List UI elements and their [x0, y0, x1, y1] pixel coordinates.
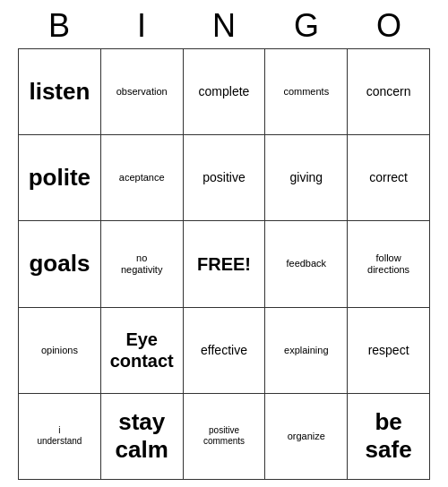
cell-text: aceptance: [119, 172, 165, 184]
bingo-cell: besafe: [348, 394, 430, 480]
bingo-cell: nonegativity: [101, 221, 184, 307]
cell-text: polite: [29, 164, 90, 192]
bingo-cell: listen: [19, 49, 101, 135]
bingo-cell: followdirections: [348, 221, 430, 307]
bingo-cell: complete: [184, 49, 266, 135]
bingo-cell: feedback: [265, 221, 348, 307]
bingo-cell: positive: [184, 135, 266, 221]
bingo-cell: correct: [348, 135, 430, 221]
cell-text: nonegativity: [121, 252, 162, 276]
cell-text: organize: [288, 431, 325, 442]
cell-text: positive: [202, 170, 245, 185]
bingo-cell: respect: [348, 308, 430, 394]
cell-text: Eyecontact: [110, 329, 174, 372]
bingo-cell: observation: [101, 49, 184, 135]
bingo-cell: effective: [184, 308, 266, 394]
cell-text: iunderstand: [37, 425, 82, 447]
cell-text: staycalm: [116, 408, 168, 464]
bingo-cell: positivecomments: [184, 394, 266, 480]
bingo-cell: comments: [265, 49, 348, 135]
bingo-grid: listenobservationcompletecommentsconcern…: [18, 48, 430, 480]
bingo-cell: staycalm: [101, 394, 184, 480]
cell-text: feedback: [286, 258, 326, 269]
bingo-letter: B: [20, 7, 99, 45]
bingo-letter: I: [102, 7, 181, 45]
cell-text: respect: [368, 343, 409, 358]
bingo-cell: giving: [265, 135, 348, 221]
bingo-cell: Eyecontact: [101, 308, 184, 394]
cell-text: complete: [199, 84, 250, 99]
cell-text: followdirections: [367, 252, 409, 276]
cell-text: FREE!: [197, 253, 251, 275]
bingo-cell: explaining: [265, 308, 348, 394]
bingo-cell: concern: [348, 49, 430, 135]
cell-text: giving: [289, 170, 323, 185]
cell-text: besafe: [366, 408, 412, 464]
bingo-cell: FREE!: [184, 221, 266, 307]
cell-text: concern: [366, 84, 411, 99]
cell-text: goals: [29, 250, 90, 278]
bingo-cell: opinions: [19, 308, 101, 394]
bingo-cell: goals: [19, 221, 101, 307]
bingo-cell: polite: [19, 135, 101, 221]
bingo-cell: organize: [265, 394, 348, 480]
cell-text: comments: [283, 86, 329, 98]
cell-text: observation: [116, 86, 168, 98]
cell-text: positivecomments: [203, 425, 245, 447]
bingo-cell: aceptance: [101, 135, 184, 221]
bingo-cell: iunderstand: [19, 394, 101, 480]
bingo-title: BINGO: [18, 7, 430, 45]
cell-text: explaining: [284, 345, 329, 356]
cell-text: opinions: [41, 345, 78, 356]
bingo-letter: G: [267, 7, 346, 45]
cell-text: listen: [29, 78, 90, 106]
bingo-letter: O: [349, 7, 428, 45]
cell-text: correct: [369, 170, 408, 185]
bingo-letter: N: [185, 7, 263, 45]
cell-text: effective: [201, 343, 247, 358]
